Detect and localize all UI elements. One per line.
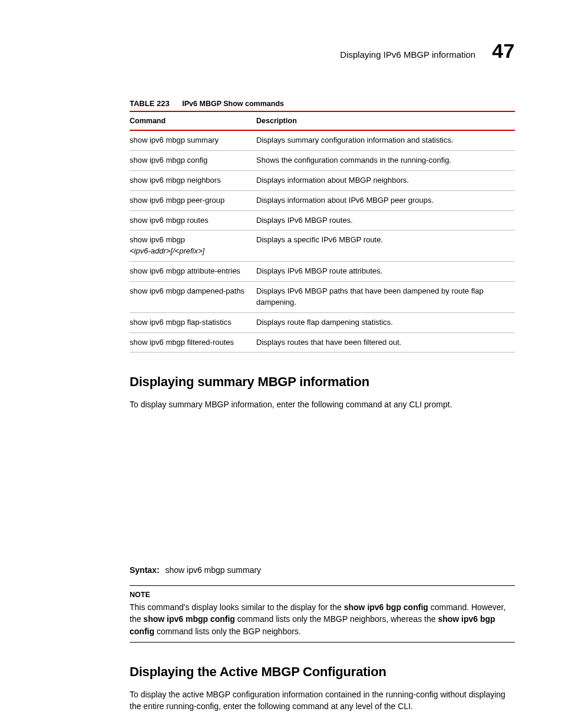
cell-command: show ipv6 mbgp <ipv6-addr>[/<prefix>] [130, 230, 256, 262]
cell-command: show ipv6 mbgp config [130, 151, 256, 171]
commands-table: Command Description show ipv6 mbgp summa… [130, 111, 515, 353]
table-row: show ipv6 mbgp routes Displays IPv6 MBGP… [130, 210, 515, 230]
col-header-description: Description [256, 111, 515, 130]
table-label: TABLE 223 [130, 99, 170, 108]
note-fragment: command lists only the MBGP neighbors, w… [235, 614, 438, 624]
cell-command: show ipv6 mbgp filtered-routes [130, 332, 256, 353]
syntax-text: show ipv6 mbgp summary [165, 565, 261, 575]
cell-command: show ipv6 mbgp flap-statistics [130, 312, 256, 332]
note-fragment: command lists only the BGP neighbors. [154, 627, 301, 636]
table-row: show ipv6 mbgp summary Displays summary … [130, 130, 515, 150]
syntax-label: Syntax: [130, 565, 160, 575]
running-header: Displaying IPv6 MBGP information 47 [130, 37, 515, 65]
cell-command: show ipv6 mbgp neighbors [130, 170, 256, 190]
table-title: IPv6 MBGP Show commands [182, 100, 284, 108]
syntax-line: Syntax: show ipv6 mbgp summary [130, 564, 515, 576]
cell-description: Displays IPv6 MBGP route attributes. [256, 262, 515, 282]
note-label: NOTE [130, 589, 515, 600]
table-row: show ipv6 mbgp attribute-entries Display… [130, 262, 515, 282]
cell-description: Displays a specific IPv6 MBGP route. [256, 230, 515, 262]
cell-command: show ipv6 mbgp summary [130, 130, 256, 150]
cell-description: Displays IPv6 MBGP paths that have been … [256, 282, 515, 313]
cell-description: Displays routes that have been filtered … [256, 332, 515, 353]
cell-description: Displays summary configuration informati… [256, 130, 515, 150]
table-row: show ipv6 mbgp filtered-routes Displays … [130, 332, 515, 353]
table-row: show ipv6 mbgp <ipv6-addr>[/<prefix>] Di… [130, 230, 515, 262]
cell-command: show ipv6 mbgp attribute-entries [130, 262, 256, 282]
table-row: show ipv6 mbgp neighbors Displays inform… [130, 170, 515, 190]
note-fragment: This command's display looks similar to … [130, 602, 344, 612]
cell-description: Shows the configuration commands in the … [256, 151, 515, 171]
note-bold-fragment: show ipv6 mbgp config [143, 614, 235, 624]
table-row: show ipv6 mbgp flap-statistics Displays … [130, 312, 515, 332]
cell-description: Displays information about MBGP neighbor… [256, 170, 515, 190]
cell-description: Displays information about IPv6 MBGP pee… [256, 190, 515, 210]
cell-command: show ipv6 mbgp peer-group [130, 190, 256, 210]
section-heading-active-config: Displaying the Active MBGP Configuration [130, 663, 515, 681]
table-row: show ipv6 mbgp dampened-paths Displays I… [130, 282, 515, 313]
page: Displaying IPv6 MBGP information 47 TABL… [0, 0, 562, 728]
header-section-title: Displaying IPv6 MBGP information [340, 48, 475, 61]
table-row: show ipv6 mbgp peer-group Displays infor… [130, 190, 515, 210]
cell-description: Displays IPv6 MBGP routes. [256, 210, 515, 230]
section-heading-summary: Displaying summary MBGP information [130, 373, 515, 391]
note-text: This command's display looks similar to … [130, 602, 505, 636]
header-chapter-number: 47 [492, 37, 515, 65]
cell-command: show ipv6 mbgp routes [130, 210, 256, 230]
table-caption: TABLE 223 IPv6 MBGP Show commands [130, 98, 515, 110]
section2-intro: To display the active MBGP configuration… [130, 689, 515, 713]
col-header-command: Command [130, 111, 256, 130]
cell-command: show ipv6 mbgp dampened-paths [130, 282, 256, 313]
section1-intro: To display summary MBGP information, ent… [130, 398, 515, 410]
table-row: show ipv6 mbgp config Shows the configur… [130, 151, 515, 171]
cell-command-param: <ipv6-addr>[/<prefix>] [130, 246, 204, 255]
cell-description: Displays route flap dampening statistics… [256, 312, 515, 332]
note-block: NOTE This command's display looks simila… [130, 585, 515, 643]
cell-command-prefix: show ipv6 mbgp [130, 235, 185, 244]
note-bold-fragment: show ipv6 bgp config [344, 602, 428, 612]
